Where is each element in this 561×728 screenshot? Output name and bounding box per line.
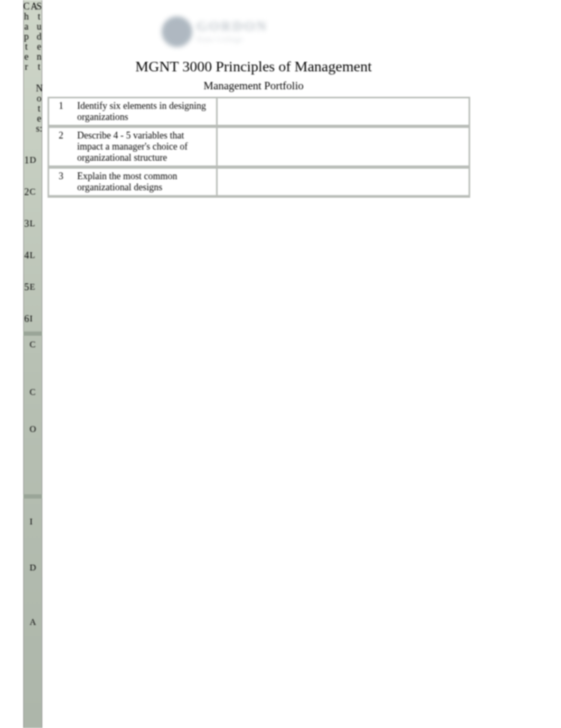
table-row: 1 Identify six elements in designing org…: [48, 97, 470, 126]
table-row: 3 Explain the most common organizational…: [48, 167, 470, 198]
logo-circle-icon: [162, 16, 192, 47]
obj-text-2: Describe 4 - 5 variables that impact a m…: [73, 126, 216, 167]
row-letter-4: L: [30, 250, 36, 282]
row-num-4: 4: [24, 250, 29, 282]
row-letter-3: L: [30, 218, 36, 250]
label-notes: Notes:: [36, 84, 42, 134]
rail-divider-1: [23, 331, 42, 336]
obj-num-3: 3: [48, 167, 73, 198]
rail-divider-2: [23, 494, 42, 499]
row-letter-1: D: [30, 155, 36, 187]
obj-text-1: Identify six elements in designing organ…: [73, 97, 216, 126]
subtitle: Management Portfolio: [48, 79, 460, 93]
lower-letter-4: I: [30, 517, 36, 563]
document-page: Chapter A Student Notes: 1 2 3 4 5 6 D C…: [0, 0, 561, 728]
lower-letter-1: C: [30, 339, 36, 387]
lower-letter-5: D: [30, 563, 36, 617]
lower-letter-6: A: [30, 617, 36, 649]
lower-letter-2: C: [30, 387, 36, 424]
obj-num-2: 2: [48, 126, 73, 167]
row-num-3: 3: [24, 218, 29, 250]
label-chapter: Chapter: [23, 2, 30, 72]
left-numbers: 1 2 3 4 5 6: [24, 155, 29, 345]
row-num-2: 2: [24, 187, 29, 218]
obj-notes-2: [216, 126, 470, 167]
label-student: Student: [36, 2, 42, 72]
row-letter-2: C: [30, 187, 36, 218]
logo-sub-text: State College: [197, 35, 243, 44]
table-row: 2 Describe 4 - 5 variables that impact a…: [48, 126, 470, 167]
obj-text-3: Explain the most common organizational d…: [73, 167, 216, 198]
obj-num-1: 1: [48, 97, 73, 126]
lower-letter-3: O: [30, 424, 36, 517]
row-num-1: 1: [24, 155, 29, 187]
left-letters: D C L L E I: [30, 155, 36, 345]
logo: GORDON State College: [158, 13, 296, 53]
course-title: MGNT 3000 Principles of Management: [48, 58, 460, 75]
obj-notes-1: [216, 97, 470, 126]
row-num-6: 6: [24, 314, 29, 345]
objectives-table: 1 Identify six elements in designing org…: [48, 97, 470, 198]
row-letter-5: E: [30, 282, 36, 314]
logo-main-text: GORDON: [197, 19, 268, 34]
obj-notes-3: [216, 167, 470, 198]
row-num-5: 5: [24, 282, 29, 314]
